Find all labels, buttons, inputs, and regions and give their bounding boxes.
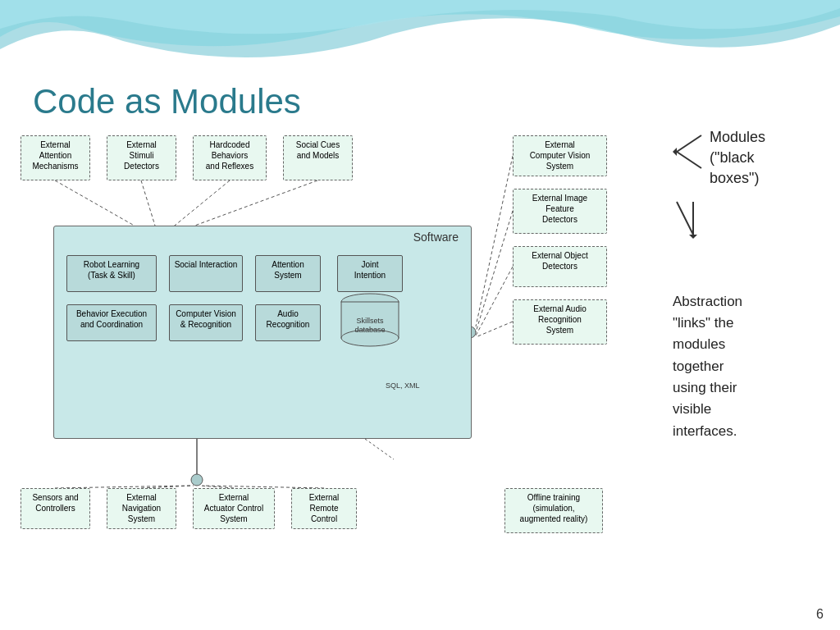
modules-annotation: Modules("blackboxes") [673, 127, 833, 242]
module-external-object-detectors: External ObjectDetectors [513, 246, 607, 287]
arrow-down-icon [673, 198, 697, 242]
svg-text:database: database [354, 326, 385, 334]
abstraction-annotation: Abstraction"links" themodulestogetherusi… [673, 291, 833, 442]
sql-xml-label: SQL, XML [386, 381, 420, 390]
module-computer-vision: Computer Vision& Recognition [169, 304, 243, 341]
module-skillsets-db: Skillsets database [337, 292, 403, 349]
svg-text:Skillsets: Skillsets [356, 317, 384, 325]
module-sensors-controllers: Sensors andControllers [21, 488, 90, 529]
svg-marker-26 [673, 148, 677, 156]
module-robot-learning: Robot Learning(Task & Skill) [66, 255, 157, 292]
svg-line-18 [365, 439, 394, 459]
module-external-audio-recognition: External AudioRecognitionSystem [513, 299, 607, 345]
svg-line-24 [677, 135, 701, 152]
module-external-image-feature: External ImageFeatureDetectors [513, 189, 607, 234]
module-external-remote: ExternalRemoteControl [291, 488, 357, 529]
page-title: Code as Modules [33, 82, 301, 121]
module-external-actuator: ExternalActuator ControlSystem [193, 488, 275, 529]
module-external-navigation: ExternalNavigationSystem [107, 488, 176, 529]
wave-header [0, 0, 840, 82]
module-external-attention: ExternalAttentionMechanisms [21, 135, 90, 180]
module-attention-system: AttentionSystem [255, 255, 321, 292]
diagram-area: Software Robot Learning(Task & Skill) So… [12, 127, 660, 587]
svg-line-9 [476, 267, 513, 336]
module-social-interaction: Social Interaction [169, 255, 243, 292]
annotation-area: Modules("blackboxes") Abstraction"links"… [673, 127, 833, 459]
arrow-left-icon [673, 127, 705, 180]
abstraction-label: Abstraction"links" themodulestogetherusi… [673, 291, 833, 442]
software-label: Software [413, 231, 459, 244]
svg-point-12 [191, 474, 203, 486]
module-joint-intention: JointIntention [337, 255, 403, 292]
svg-marker-29 [689, 235, 697, 239]
svg-line-27 [677, 202, 693, 235]
module-external-cv-system: ExternalComputer VisionSystem [513, 135, 607, 176]
module-social-cues: Social Cuesand Models [283, 135, 353, 180]
software-box: Software Robot Learning(Task & Skill) So… [53, 226, 472, 439]
module-external-stimuli: ExternalStimuliDetectors [107, 135, 176, 180]
module-behavior-execution: Behavior Executionand Coordination [66, 304, 157, 341]
svg-line-10 [476, 322, 513, 337]
svg-line-8 [476, 211, 513, 332]
module-hardcoded-behaviors: HardcodedBehaviorsand Reflexes [193, 135, 267, 180]
svg-line-7 [476, 156, 513, 326]
module-offline-training: Offline training(simulation,augmented re… [504, 488, 603, 533]
svg-line-25 [677, 152, 701, 168]
module-audio-recognition: AudioRecognition [255, 304, 321, 341]
page-number: 6 [816, 607, 824, 622]
modules-label: Modules("blackboxes") [710, 127, 765, 189]
